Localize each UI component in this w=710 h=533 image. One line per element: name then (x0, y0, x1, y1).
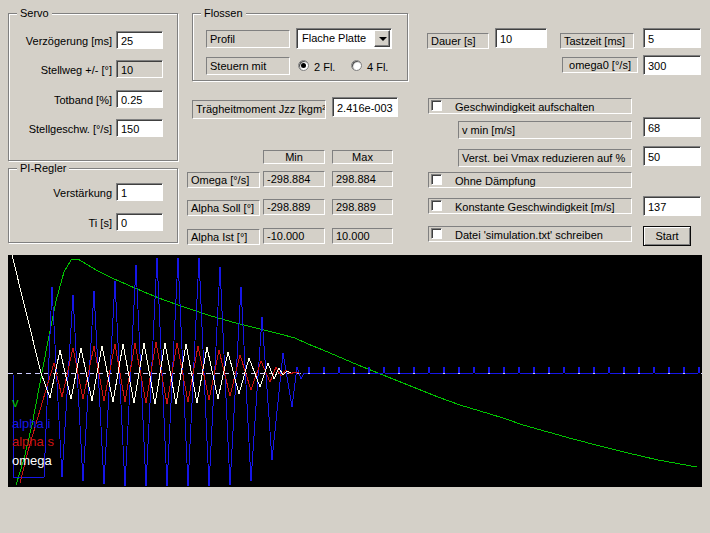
profil-dropdown-value: Flache Platte (302, 32, 366, 44)
profil-dropdown[interactable]: Flache Platte (296, 28, 392, 49)
radio-2fl[interactable] (298, 60, 309, 71)
totband-input[interactable] (116, 90, 163, 108)
steuern-mit-label: Steuern mit (206, 57, 290, 75)
verzoegerung-label: Verzögerung [ms] (7, 35, 112, 48)
tastzeit-label: Tastzeit [ms] (560, 33, 634, 49)
alpha-ist-row-label: Alpha Ist [°] (187, 229, 260, 245)
verst-input[interactable] (643, 146, 701, 166)
alpha-ist-min-value: -10.000 (263, 228, 325, 244)
plot-series-alpha_s (20, 342, 299, 483)
verstaerkung-input[interactable] (116, 183, 163, 201)
simulation-plot: valpha ialpha somega (8, 255, 702, 487)
pi-regler-groupbox-title: PI-Regler (17, 162, 69, 174)
datei-checkbox[interactable] (431, 228, 442, 239)
daempfung-checkbox[interactable] (431, 174, 442, 185)
datei-label: Datei 'simulation.txt' schreiben (455, 229, 603, 241)
traegheitmoment-label: Trägheitmoment Jzz [kgm²] (192, 100, 326, 119)
profil-label: Profil (206, 30, 290, 48)
dauer-label: Dauer [s] (427, 33, 489, 49)
daempfung-label: Ohne Dämpfung (455, 175, 536, 187)
simulation-app-window: Servo Verzögerung [ms] Stellweg +/- [°] … (0, 0, 710, 533)
alpha-soll-min-value: -298.889 (263, 199, 325, 215)
dauer-input[interactable] (495, 28, 547, 48)
verst-label: Verst. bei Vmax reduzieren auf % (458, 149, 632, 167)
minmax-header-max: Max (332, 150, 393, 164)
tastzeit-input[interactable] (643, 28, 701, 48)
pi-regler-groupbox: PI-Regler (8, 168, 178, 243)
omega-row-label: Omega [°/s] (187, 172, 260, 188)
konstante-input[interactable] (643, 196, 701, 216)
alpha-soll-row-label: Alpha Soll [°] (187, 200, 260, 216)
omega0-input[interactable] (643, 55, 701, 75)
verstaerkung-label: Verstärkung (7, 187, 112, 200)
konstante-label: Konstante Geschwindigkeit [m/s] (455, 201, 615, 213)
plot-series-alpha_i (13, 258, 700, 486)
stellgeschw-input[interactable] (116, 119, 163, 137)
geschwindigkeit-checkbox[interactable] (431, 100, 442, 111)
traegheitmoment-input[interactable] (332, 97, 398, 117)
start-button[interactable]: Start (643, 226, 691, 246)
alpha-soll-max-value: 298.889 (332, 199, 393, 215)
chevron-down-icon (379, 37, 387, 41)
verzoegerung-input[interactable] (116, 31, 163, 49)
ti-input[interactable] (116, 213, 163, 231)
plot-legend-omega: omega (12, 453, 53, 468)
radio-2fl-label: 2 Fl. (314, 61, 335, 73)
radio-4fl[interactable] (351, 60, 362, 71)
profil-dropdown-button[interactable] (374, 30, 390, 47)
flossen-groupbox-title: Flossen (201, 7, 246, 19)
stellweg-label: Stellweg +/- [°] (7, 64, 112, 77)
omega-max-value: 298.884 (332, 171, 393, 187)
stellgeschw-label: Stellgeschw. [°/s] (7, 123, 112, 136)
vmin-label: v min [m/s] (458, 121, 632, 139)
vmin-input[interactable] (643, 117, 701, 137)
plot-legend-v: v (12, 395, 19, 410)
konstante-checkbox[interactable] (431, 200, 442, 211)
omega0-label: omega0 [°/s] (562, 57, 638, 73)
servo-groupbox-title: Servo (17, 7, 52, 19)
plot-legend-alpha-i: alpha i (12, 416, 50, 431)
totband-label: Totband [%] (7, 94, 112, 107)
ti-label: Ti [s] (7, 217, 112, 230)
stellweg-input (116, 60, 163, 78)
plot-svg: valpha ialpha somega (8, 255, 702, 487)
geschwindigkeit-label: Geschwindigkeit aufschalten (455, 101, 594, 113)
alpha-ist-max-value: 10.000 (332, 228, 393, 244)
minmax-header-min: Min (263, 150, 325, 164)
radio-4fl-label: 4 Fl. (367, 61, 388, 73)
omega-min-value: -298.884 (263, 171, 325, 187)
plot-legend-alpha-s: alpha s (12, 434, 54, 449)
